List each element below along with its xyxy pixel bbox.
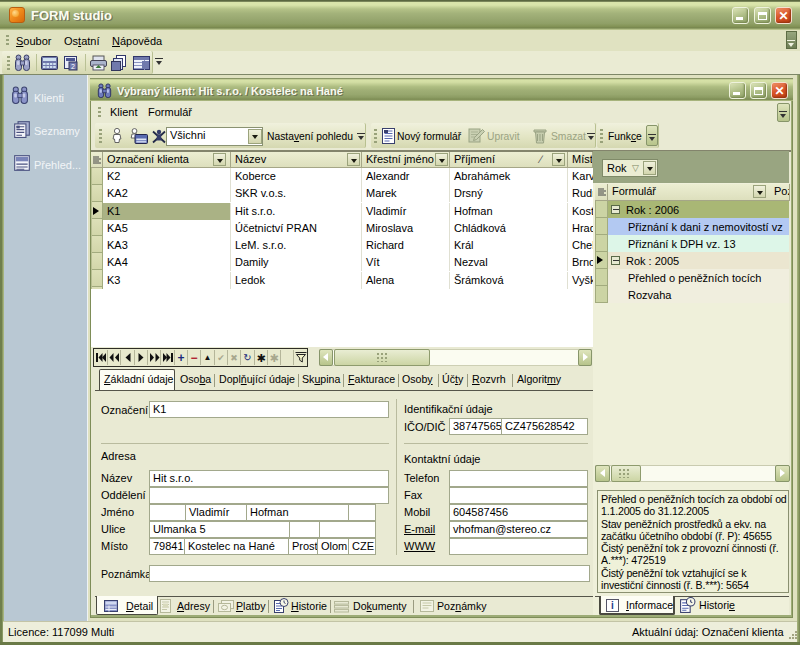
svg-text:2: 2 (71, 63, 75, 70)
